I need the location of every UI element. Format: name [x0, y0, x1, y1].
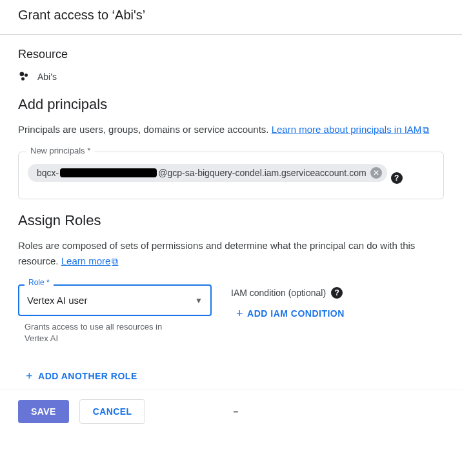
- role-select-value: Vertex AI user: [27, 295, 87, 306]
- external-link-icon: ⧉: [423, 124, 429, 135]
- add-principals-heading: Add principals: [18, 96, 444, 113]
- principals-description: Principals are users, groups, domains or…: [18, 122, 444, 137]
- svg-point-1: [25, 74, 28, 77]
- external-link-icon: ⧉: [112, 256, 118, 266]
- footer-dash: –: [233, 406, 238, 417]
- roles-description: Roles are composed of sets of permission…: [18, 238, 444, 269]
- plus-icon: +: [26, 370, 33, 382]
- plus-icon: +: [236, 308, 243, 319]
- principals-description-text: Principals are users, groups, domains or…: [18, 124, 272, 135]
- iam-condition-label: IAM condition (optional): [231, 288, 326, 298]
- save-button[interactable]: SAVE: [18, 400, 69, 423]
- role-select[interactable]: Vertex AI user ▼: [18, 284, 212, 316]
- svg-point-0: [20, 72, 25, 77]
- principal-chip-prefix: bqcx-: [37, 168, 59, 178]
- help-icon[interactable]: ?: [391, 172, 403, 184]
- svg-point-2: [21, 77, 25, 81]
- redacted-segment: [60, 168, 157, 177]
- help-icon[interactable]: ?: [331, 287, 343, 299]
- learn-more-principals-link[interactable]: Learn more about principals in IAM⧉: [272, 124, 430, 135]
- principal-chip-suffix: @gcp-sa-bigquery-condel.iam.gserviceacco…: [158, 168, 366, 178]
- cancel-button[interactable]: CANCEL: [79, 399, 146, 424]
- resource-row: Abi's: [18, 70, 444, 83]
- add-iam-condition-button[interactable]: + ADD IAM CONDITION: [231, 308, 425, 319]
- resource-heading: Resource: [18, 48, 444, 61]
- new-principals-field[interactable]: New principals * bqcx-@gcp-sa-bigquery-c…: [18, 152, 444, 199]
- resource-icon: [18, 70, 31, 83]
- chevron-down-icon: ▼: [195, 296, 203, 305]
- role-field-label: Role *: [25, 278, 54, 287]
- add-iam-condition-label: ADD IAM CONDITION: [247, 308, 345, 319]
- learn-more-roles-link[interactable]: Learn more⧉: [61, 255, 119, 266]
- new-principals-label: New principals *: [26, 146, 94, 155]
- principal-chip: bqcx-@gcp-sa-bigquery-condel.iam.gservic…: [28, 164, 387, 182]
- role-help-text: Grants access to use all resources in Ve…: [18, 316, 186, 344]
- resource-name: Abi's: [37, 72, 57, 82]
- chip-remove-icon[interactable]: ✕: [370, 167, 382, 179]
- add-another-role-label: ADD ANOTHER ROLE: [38, 371, 137, 381]
- add-another-role-button[interactable]: + ADD ANOTHER ROLE: [26, 370, 137, 382]
- assign-roles-heading: Assign Roles: [18, 212, 444, 229]
- page-title: Grant access to ‘Abi's’: [18, 8, 444, 23]
